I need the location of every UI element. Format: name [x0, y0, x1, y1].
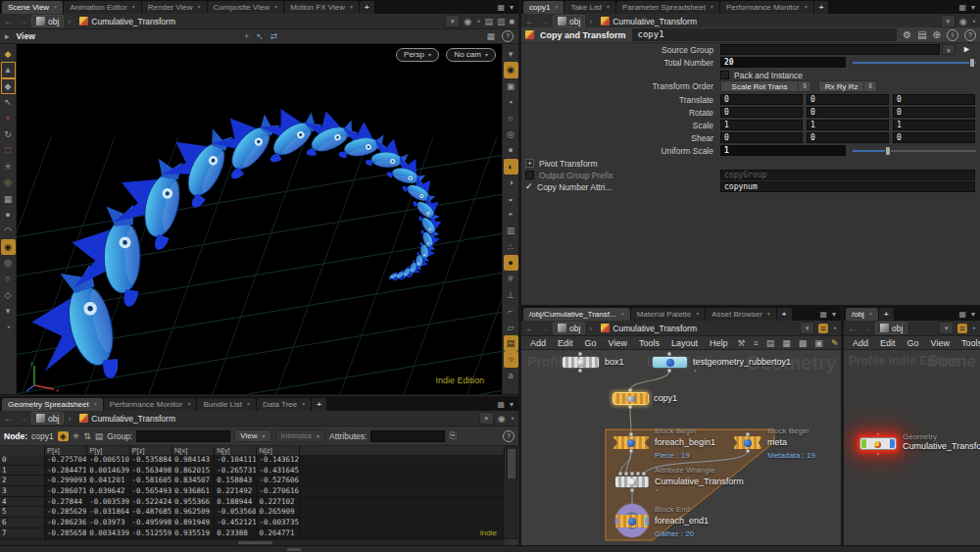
breadcrumb-node[interactable]: Cumulative_Transform: [74, 15, 180, 27]
snap-edge-icon[interactable]: ◠: [1, 223, 16, 238]
pane-layout-icon[interactable]: ▦: [819, 310, 827, 319]
shear-z-input[interactable]: [893, 132, 975, 143]
headlight-icon[interactable]: ○: [504, 111, 518, 126]
column-header[interactable]: N[z]: [257, 446, 299, 455]
forward-arrow-icon[interactable]: →: [18, 414, 27, 424]
pane-split-left-icon[interactable]: ▤: [485, 17, 494, 26]
translate-handle-icon[interactable]: +: [1, 111, 16, 126]
path-dropdown-icon[interactable]: ▾: [941, 15, 956, 27]
tab-bundle-list[interactable]: Bundle List▾: [197, 398, 256, 411]
visibility-eye-icon[interactable]: ◉: [504, 62, 518, 77]
tab-dropdown-icon[interactable]: ▾: [198, 1, 201, 14]
help-icon[interactable]: ?: [502, 30, 514, 42]
tab-dropdown-icon[interactable]: ▾: [132, 1, 135, 14]
new-tab-button[interactable]: +: [814, 1, 829, 14]
group-dropdown-icon[interactable]: ▾: [942, 44, 956, 55]
path-dropdown-icon[interactable]: ▾: [445, 15, 460, 27]
menu-go[interactable]: Go: [903, 338, 924, 348]
uv-overlay-icon[interactable]: ▱: [504, 320, 518, 335]
attributes-input[interactable]: [370, 430, 445, 442]
tab-dropdown-icon[interactable]: ▾: [247, 398, 250, 411]
back-arrow-icon[interactable]: ←: [4, 17, 14, 26]
projection-menu[interactable]: Persp▾: [396, 48, 439, 62]
text-overlay-icon[interactable]: a: [504, 368, 518, 383]
table-row[interactable]: 4-0.27844-0.00353903-0.5224240.9553660.1…: [0, 497, 505, 508]
pane-menu-icon[interactable]: ▾: [510, 400, 514, 409]
menu-layout[interactable]: Layout: [666, 338, 703, 348]
tab-copy1[interactable]: copy1▾: [523, 1, 564, 14]
menu-add[interactable]: Add: [525, 338, 551, 348]
node-copy1[interactable]: copy1: [612, 392, 649, 405]
shelf-tools-icon[interactable]: ◆: [1, 46, 16, 62]
view-tool-icon[interactable]: ◉: [1, 239, 16, 255]
pin-icon[interactable]: ◉: [498, 414, 506, 424]
breadcrumb-node[interactable]: Cumulative_Transform: [74, 412, 180, 425]
column-header[interactable]: N[y]: [215, 446, 257, 455]
sync-icon[interactable]: ◔: [971, 324, 976, 333]
expand-icon[interactable]: +: [525, 159, 534, 168]
translate-x-input[interactable]: [720, 94, 803, 105]
new-tab-button[interactable]: +: [777, 308, 792, 321]
key-tool-icon[interactable]: ◇: [1, 287, 16, 303]
rotate-y-input[interactable]: [807, 107, 889, 118]
node-input-dot[interactable]: [876, 432, 880, 436]
table-row[interactable]: 2-0.2990930.041201-0.5816050.8345070.158…: [0, 476, 505, 486]
node-output-dot[interactable]: [876, 452, 880, 456]
scale-z-input[interactable]: [893, 120, 975, 130]
node-box1[interactable]: box1: [562, 356, 600, 369]
pin-icon[interactable]: ◉: [959, 17, 967, 26]
pin-asterisk-icon[interactable]: ✳: [73, 431, 80, 441]
table-row[interactable]: 1-0.2844710.00146395-0.5634980.862015-0.…: [0, 466, 505, 477]
tab-motion-fx-view[interactable]: Motion FX View▾: [284, 1, 359, 14]
total-number-input[interactable]: [720, 57, 846, 68]
link-editor-icon[interactable]: ≡: [957, 324, 966, 333]
menu-go[interactable]: Go: [580, 338, 602, 348]
node-foreach-end1[interactable]: Block End foreach_end1 Gather : 20: [614, 515, 650, 527]
sync-icon[interactable]: ◔: [832, 324, 837, 333]
display-options-icon[interactable]: ◔: [1, 320, 16, 335]
history-icon[interactable]: ◔: [510, 414, 514, 424]
snap-gizmo-icon[interactable]: ⇄: [270, 31, 278, 41]
column-header[interactable]: P[y]: [87, 446, 129, 455]
output-group-checkbox[interactable]: [525, 171, 534, 179]
translate-y-input[interactable]: [807, 94, 889, 105]
tab-dropdown-icon[interactable]: ▾: [94, 398, 97, 411]
pane-layout-icon[interactable]: ▦: [497, 3, 505, 12]
vertical-splitter[interactable]: [518, 0, 521, 552]
back-arrow-icon[interactable]: ←: [4, 414, 14, 424]
tab-dropdown-icon[interactable]: ▾: [710, 1, 713, 14]
build-tools-icon[interactable]: ⚒: [734, 338, 748, 348]
normal-lighting-icon[interactable]: ◎: [504, 126, 518, 142]
node-cumulative-transform-error[interactable]: [859, 437, 897, 450]
forward-arrow-icon[interactable]: →: [539, 324, 549, 333]
view-lock-icon[interactable]: ▪: [504, 94, 518, 110]
geometry-select-mode-icon[interactable]: ◆: [1, 78, 16, 94]
view-menu-icon[interactable]: ▸: [5, 31, 10, 41]
tab-dropdown-icon[interactable]: ▾: [621, 308, 624, 321]
object-select-mode-icon[interactable]: ▲: [1, 62, 16, 77]
shadows-icon[interactable]: ◐: [504, 159, 518, 175]
rotate-handle-icon[interactable]: ↻: [1, 126, 16, 142]
character-display-icon[interactable]: ●: [504, 255, 518, 271]
shear-y-input[interactable]: [807, 132, 889, 143]
pane-maximize-icon[interactable]: ■: [510, 17, 514, 26]
snapshot-camera-icon[interactable]: ▣: [504, 78, 518, 94]
high-quality-lighting-icon[interactable]: ●: [504, 142, 518, 158]
node-testgeometry-rubbertoy1[interactable]: testgeometry_rubbertoy1 ▪: [652, 356, 688, 369]
select-geometry-arrow-icon[interactable]: ►: [962, 44, 971, 54]
info-icon[interactable]: i: [947, 29, 958, 41]
node-path-icon[interactable]: ▤: [95, 431, 104, 441]
tab-dropdown-icon[interactable]: ▾: [54, 1, 57, 14]
tab-performance-monitor[interactable]: Performance Monitor▾: [720, 1, 813, 14]
select-gizmo-icon[interactable]: ↖: [256, 31, 264, 41]
tab-animation-editor[interactable]: Animation Editor▾: [64, 1, 141, 14]
gear-icon[interactable]: ⚙: [903, 29, 911, 40]
hide-panel-icon[interactable]: ▾: [1, 303, 16, 319]
table-row[interactable]: 7-0.2856580.00343397-0.5125590.9355190.2…: [0, 528, 505, 539]
new-tab-button[interactable]: +: [360, 1, 374, 14]
translate-gizmo-icon[interactable]: +: [244, 31, 249, 41]
pane-split-right-icon[interactable]: ▥: [497, 17, 506, 26]
menu-view[interactable]: View: [926, 338, 955, 348]
camera-menu[interactable]: No cam▾: [446, 48, 496, 62]
vertical-scrollbar[interactable]: [506, 446, 517, 539]
